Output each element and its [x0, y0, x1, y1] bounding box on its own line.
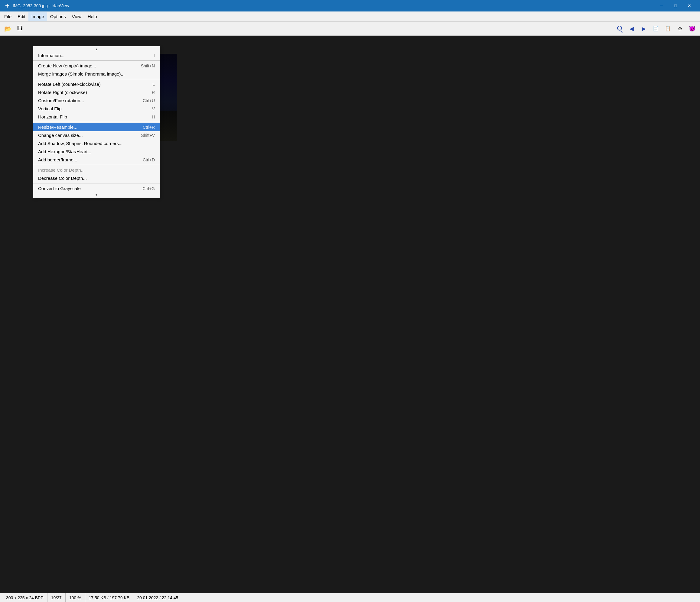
- menu-item-create-new[interactable]: Create New (empty) image... Shift+N: [33, 62, 160, 70]
- status-zoom: 100 %: [66, 593, 85, 602]
- filmstrip-button[interactable]: 🎞: [15, 23, 25, 34]
- menu-item-rotate-right-shortcut: R: [152, 90, 155, 95]
- divider-4: [33, 165, 160, 165]
- back-button[interactable]: ◀: [626, 23, 637, 34]
- tools-button[interactable]: ⚙: [675, 23, 685, 34]
- menu-item-convert-grayscale-shortcut: Ctrl+G: [143, 186, 155, 191]
- window-title: IMG_2952-300.jpg - IrfanView: [13, 3, 655, 8]
- menu-item-create-new-shortcut: Shift+N: [141, 63, 155, 68]
- menu-item-custom-rotation[interactable]: Custom/Fine rotation... Ctrl+U: [33, 97, 160, 105]
- menu-item-vertical-flip-shortcut: V: [152, 106, 155, 111]
- menu-item-rotate-right-label: Rotate Right (clockwise): [38, 90, 146, 95]
- menu-item-add-border-label: Add border/frame...: [38, 157, 137, 162]
- status-dimensions: 300 x 225 x 24 BPP: [2, 593, 48, 602]
- scroll-up-indicator[interactable]: ▲: [33, 47, 160, 51]
- zoom-out-button[interactable]: [614, 23, 625, 34]
- menu-item-increase-color-depth-label: Increase Color Depth...: [38, 167, 149, 173]
- menu-item-information-label: Information...: [38, 53, 148, 58]
- menu-file[interactable]: File: [1, 12, 15, 21]
- menu-item-merge-images-label: Merge images (Simple Panorama image)...: [38, 71, 149, 76]
- statusbar: 300 x 225 x 24 BPP 19/27 100 % 17.50 KB …: [0, 593, 700, 602]
- app-icon: ✚: [4, 2, 10, 9]
- menu-item-rotate-right[interactable]: Rotate Right (clockwise) R: [33, 88, 160, 97]
- menu-item-horizontal-flip-label: Horizontal Flip: [38, 114, 146, 120]
- menu-item-vertical-flip-label: Vertical Flip: [38, 106, 146, 111]
- status-position: 19/27: [48, 593, 66, 602]
- menu-item-decrease-color-depth[interactable]: Decrease Color Depth...: [33, 174, 160, 182]
- zoom-out-icon: [617, 26, 622, 32]
- menu-item-add-shadow[interactable]: Add Shadow, Shapes, Rounded corners...: [33, 139, 160, 148]
- open-file-button[interactable]: 📂: [2, 23, 13, 34]
- menu-item-convert-grayscale-label: Convert to Grayscale: [38, 186, 136, 191]
- menu-item-rotate-left-label: Rotate Left (counter-clockwise): [38, 82, 146, 87]
- menu-item-add-shadow-label: Add Shadow, Shapes, Rounded corners...: [38, 141, 149, 146]
- toolbar: 📂 🎞 ◀ ▶ 📄 📋 ⚙ 😈: [0, 22, 700, 36]
- maximize-button[interactable]: □: [669, 0, 682, 11]
- menu-item-rotate-left[interactable]: Rotate Left (counter-clockwise) L: [33, 80, 160, 88]
- paste-button[interactable]: 📋: [662, 23, 673, 34]
- menu-item-add-border-shortcut: Ctrl+D: [143, 157, 155, 162]
- status-datetime: 20.01.2022 / 22:14:45: [133, 593, 182, 602]
- divider-1: [33, 60, 160, 61]
- forward-button[interactable]: ▶: [638, 23, 649, 34]
- status-filesize: 17.50 KB / 197.79 KB: [85, 593, 134, 602]
- menu-item-rotate-left-shortcut: L: [152, 82, 155, 87]
- titlebar: ✚ IMG_2952-300.jpg - IrfanView ─ □ ✕: [0, 0, 700, 11]
- copy-button[interactable]: 📄: [650, 23, 661, 34]
- menu-help[interactable]: Help: [85, 12, 100, 21]
- scroll-down-indicator[interactable]: ▼: [33, 192, 160, 197]
- menu-item-change-canvas[interactable]: Change canvas size... Shift+V: [33, 131, 160, 139]
- menu-view[interactable]: View: [69, 12, 84, 21]
- effects-button[interactable]: 😈: [687, 23, 698, 34]
- menu-item-merge-images[interactable]: Merge images (Simple Panorama image)...: [33, 70, 160, 78]
- menu-item-custom-rotation-label: Custom/Fine rotation...: [38, 98, 137, 103]
- close-button[interactable]: ✕: [682, 0, 696, 11]
- menu-item-decrease-color-depth-label: Decrease Color Depth...: [38, 176, 149, 181]
- menu-image[interactable]: Image: [28, 12, 47, 21]
- menu-item-resize-resample[interactable]: Resize/Resample... Ctrl+R: [33, 123, 160, 131]
- window-controls: ─ □ ✕: [655, 0, 696, 11]
- menu-item-add-border[interactable]: Add border/frame... Ctrl+D: [33, 156, 160, 164]
- menu-edit[interactable]: Edit: [15, 12, 28, 21]
- menu-item-information[interactable]: Information... I: [33, 51, 160, 59]
- menu-item-add-hexagon[interactable]: Add Hexagon/Star/Heart...: [33, 148, 160, 156]
- menu-item-resize-resample-label: Resize/Resample...: [38, 125, 137, 130]
- image-dropdown-menu: ▲ Information... I Create New (empty) im…: [33, 46, 160, 198]
- menubar: File Edit Image Options View Help: [0, 11, 700, 22]
- menu-item-horizontal-flip-shortcut: H: [152, 114, 155, 120]
- minimize-button[interactable]: ─: [655, 0, 669, 11]
- divider-3: [33, 122, 160, 122]
- divider-5: [33, 183, 160, 183]
- menu-item-create-new-label: Create New (empty) image...: [38, 63, 135, 68]
- menu-item-increase-color-depth: Increase Color Depth...: [33, 166, 160, 174]
- main-content-area: ▲ Information... I Create New (empty) im…: [0, 36, 700, 593]
- menu-item-convert-grayscale[interactable]: Convert to Grayscale Ctrl+G: [33, 184, 160, 192]
- menu-item-horizontal-flip[interactable]: Horizontal Flip H: [33, 113, 160, 121]
- menu-item-vertical-flip[interactable]: Vertical Flip V: [33, 105, 160, 113]
- menu-item-custom-rotation-shortcut: Ctrl+U: [143, 98, 155, 103]
- menu-item-add-hexagon-label: Add Hexagon/Star/Heart...: [38, 149, 149, 154]
- menu-item-change-canvas-shortcut: Shift+V: [141, 133, 155, 138]
- menu-item-change-canvas-label: Change canvas size...: [38, 133, 135, 138]
- menu-item-resize-resample-shortcut: Ctrl+R: [143, 125, 155, 130]
- divider-2: [33, 79, 160, 79]
- menu-options[interactable]: Options: [47, 12, 69, 21]
- menu-item-information-shortcut: I: [154, 53, 155, 58]
